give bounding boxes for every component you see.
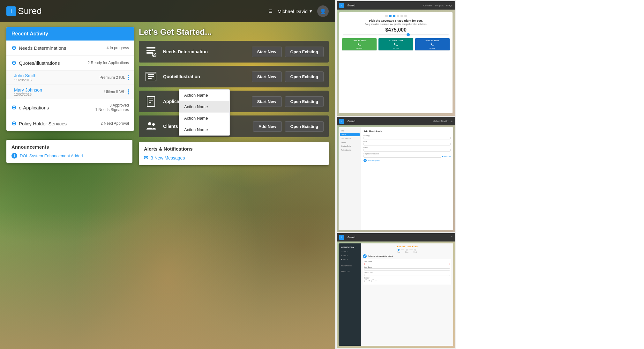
app-start-btn[interactable]: Start New xyxy=(252,96,282,107)
hamburger-menu-icon[interactable]: ≡ xyxy=(268,7,273,15)
preview-title-1: iSured xyxy=(347,4,355,7)
quote-card-label: Quote/Illustration xyxy=(163,74,247,79)
user-info[interactable]: Michael David ▾ xyxy=(278,8,312,14)
quote-card-icon xyxy=(144,70,158,84)
preview1-inner: Pick the Coverage That's Right for You. … xyxy=(339,12,453,113)
contact-link[interactable]: Contact xyxy=(423,4,432,7)
term-label-30: 30 YEAR TERM xyxy=(416,40,448,41)
role-input[interactable] xyxy=(363,143,451,145)
step-app-label: App xyxy=(397,251,400,253)
needs-det-open-btn[interactable]: Open Existing xyxy=(285,47,324,57)
mary-dots-menu[interactable] xyxy=(128,89,129,94)
support-link[interactable]: Support xyxy=(435,4,444,7)
term-price-30: $$0 xyxy=(416,42,448,47)
quotes-item[interactable]: ⊖ Quotes/Illustrations 2 Ready for Appli… xyxy=(6,56,134,71)
form-input-2[interactable] xyxy=(364,268,450,271)
needs-det-card-label: Needs Determination xyxy=(163,49,247,54)
sidebar-spacer xyxy=(340,262,360,264)
preview1-slider[interactable] xyxy=(343,34,449,35)
preview2-field-name: Name (s) xyxy=(363,135,451,139)
form-input-3[interactable] xyxy=(364,274,450,276)
sidebar-signing-order: Signing Order xyxy=(340,145,360,148)
needs-determinations-item[interactable]: ⊕ Needs Determinations 4 In progress xyxy=(6,41,134,56)
expand-icon-policy: ⊕ xyxy=(11,120,16,127)
form-label-2: Last Name xyxy=(364,266,450,268)
role-label: Role xyxy=(363,141,451,143)
gender-male[interactable] xyxy=(364,279,367,282)
svg-rect-2 xyxy=(146,52,153,54)
preview2-form-title: Add Recipients xyxy=(363,130,451,133)
name-input[interactable] xyxy=(363,137,451,139)
application-card-icon xyxy=(144,94,158,108)
quotes-label: ⊖ Quotes/Illustrations xyxy=(11,59,60,66)
term-card-10[interactable]: 10 YEAR TERM $$0 per year xyxy=(342,38,377,51)
preview3-steps: App Sign Final xyxy=(363,249,451,253)
sidebar-details[interactable]: Details xyxy=(340,133,360,136)
needs-det-card: Needs Determination Start New Open Exist… xyxy=(139,41,329,63)
step-sign-label: Sign xyxy=(405,251,408,253)
form-label-1: First Name xyxy=(364,261,450,263)
clients-add-btn[interactable]: Add New xyxy=(253,121,282,132)
preview3-form: First Name Last Name Date of Birth xyxy=(363,259,451,285)
term-desc-20: per year xyxy=(380,47,412,49)
preview-header-3: i iSured ≡ xyxy=(337,233,455,241)
svg-point-14 xyxy=(152,123,155,126)
preview-card-2: i iSured Michael David ▾ ≡ Info Details … xyxy=(337,117,455,232)
john-dots-menu[interactable] xyxy=(128,75,129,80)
gender-female[interactable] xyxy=(371,279,374,282)
needs-det-card-buttons: Start New Open Existing xyxy=(252,47,324,57)
alert-item[interactable]: ✉ 3 New Messages xyxy=(144,155,324,161)
svg-point-13 xyxy=(148,122,151,125)
policy-item[interactable]: ⊕ Policy Holder Services 2 Need Approval xyxy=(6,116,134,131)
step-line2 xyxy=(409,249,413,250)
term-price-20: $$0 xyxy=(380,42,412,47)
user-avatar[interactable]: 👤 xyxy=(317,5,329,17)
mary-johnson-link[interactable]: Mary Johnson xyxy=(14,87,42,93)
eapps-item[interactable]: ⊕ e-Applications 3 Approved 1 Needs Sign… xyxy=(6,99,134,116)
term-card-20[interactable]: 20 YEAR TERM $$0 per year xyxy=(378,38,413,51)
recent-activity-header: Recent Activity xyxy=(6,27,134,41)
app-open-btn[interactable]: Open Existing xyxy=(285,96,324,107)
quote-start-btn[interactable]: Start New xyxy=(252,71,282,82)
advanced-link[interactable]: ▸ Advanced xyxy=(442,155,451,157)
get-started-title: Let's Get Started... xyxy=(139,27,329,37)
preview2-header-right: Michael David ▾ ≡ xyxy=(433,120,453,123)
preview3-menu-icon: ≡ xyxy=(451,235,453,239)
dropdown-item-1[interactable]: Action Name xyxy=(179,90,229,101)
add-recipient-btn[interactable]: + Add Recipient xyxy=(363,159,451,162)
dropdown-item-4[interactable]: Action Name xyxy=(179,124,229,135)
step-app: App xyxy=(397,249,400,253)
dropdown-item-2[interactable]: Action Name xyxy=(179,101,229,113)
announcements-box: Announcements i DOL System Enhancement A… xyxy=(6,140,132,163)
eapps-label: ⊕ e-Applications xyxy=(11,104,49,111)
term-card-30[interactable]: 30 YEAR TERM $$0 per year xyxy=(415,38,450,51)
john-smith-link[interactable]: John Smith xyxy=(14,73,36,78)
preview3-inner: APPLICATION ▸ Form 1 ▸ Form 2 ▸ Form 3 S… xyxy=(339,243,453,346)
dropdown-item-3[interactable]: Action Name xyxy=(179,113,229,124)
esig-input[interactable] xyxy=(363,155,441,158)
email-input[interactable] xyxy=(363,149,451,152)
john-desc: Premium 2 IUL xyxy=(100,75,125,80)
step-dot-5 xyxy=(401,15,403,17)
form-input-1[interactable] xyxy=(364,263,450,265)
needs-det-start-btn[interactable]: Start New xyxy=(252,47,282,57)
alerts-box: Alerts & Notifications ✉ 3 New Messages xyxy=(139,142,329,165)
svg-rect-8 xyxy=(146,72,156,74)
quote-card-buttons: Start New Open Existing xyxy=(252,71,324,82)
policy-label: ⊕ Policy Holder Services xyxy=(11,120,67,127)
sub-item-mary[interactable]: Mary Johnson 12/02/2016 Ultima II WL xyxy=(6,85,134,99)
announcement-item[interactable]: i DOL System Enhancement Added xyxy=(11,153,127,159)
logo-icon: i xyxy=(6,6,16,16)
term-price-10: $$0 xyxy=(343,42,375,47)
step-dot-3 xyxy=(393,15,395,17)
sub-item-john[interactable]: John Smith 11/28/2016 Premium 2 IUL xyxy=(6,71,134,85)
expand-icon-eapps: ⊕ xyxy=(11,104,16,111)
preview3-section: Tell us a bit about the client xyxy=(368,255,393,257)
sidebar-form3: ▸ Form 3 xyxy=(340,258,360,261)
quote-open-btn[interactable]: Open Existing xyxy=(285,71,324,82)
clients-open-btn[interactable]: Open Existing xyxy=(285,121,324,132)
faqs-link[interactable]: FAQs xyxy=(446,4,453,7)
policy-status: 2 Need Approval xyxy=(101,121,129,126)
right-column: Let's Get Started... Needs Determination xyxy=(139,27,329,343)
panel-title: Recent Activity xyxy=(11,31,48,36)
